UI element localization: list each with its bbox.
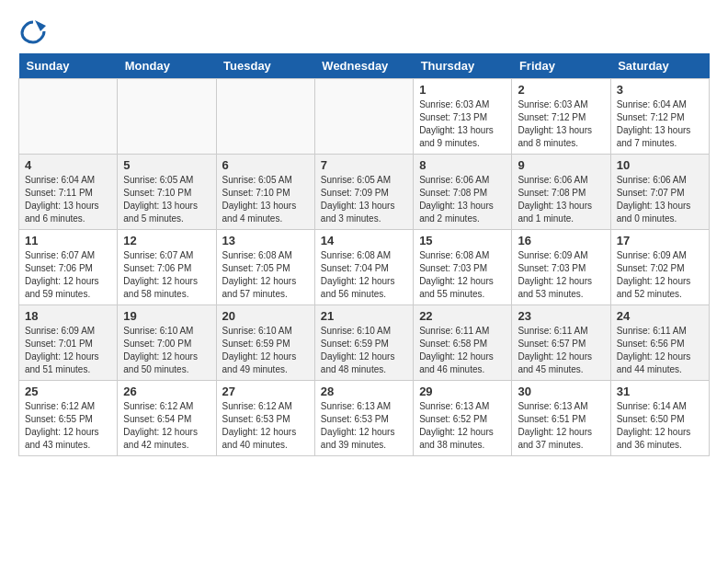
calendar-day-cell: 9Sunrise: 6:06 AM Sunset: 7:08 PM Daylig… [512, 155, 610, 230]
day-info: Sunrise: 6:06 AM Sunset: 7:08 PM Dayligh… [419, 174, 506, 225]
calendar-day-cell: 2Sunrise: 6:03 AM Sunset: 7:12 PM Daylig… [512, 79, 610, 155]
calendar-day-cell [19, 79, 118, 155]
day-info: Sunrise: 6:08 AM Sunset: 7:03 PM Dayligh… [419, 249, 506, 301]
calendar-table: SundayMondayTuesdayWednesdayThursdayFrid… [18, 53, 710, 456]
day-info: Sunrise: 6:06 AM Sunset: 7:07 PM Dayligh… [617, 174, 703, 225]
day-info: Sunrise: 6:04 AM Sunset: 7:11 PM Dayligh… [25, 174, 111, 225]
day-info: Sunrise: 6:11 AM Sunset: 6:56 PM Dayligh… [617, 325, 703, 376]
day-number: 4 [25, 158, 111, 172]
day-number: 7 [321, 158, 407, 172]
day-number: 14 [321, 234, 407, 247]
day-number: 31 [617, 385, 703, 398]
day-header-sunday: Sunday [19, 53, 118, 79]
day-number: 26 [123, 385, 210, 398]
calendar-day-cell: 30Sunrise: 6:13 AM Sunset: 6:51 PM Dayli… [512, 381, 610, 456]
logo [18, 18, 46, 44]
calendar-day-cell: 18Sunrise: 6:09 AM Sunset: 7:01 PM Dayli… [19, 305, 118, 381]
day-number: 12 [123, 234, 210, 247]
day-info: Sunrise: 6:05 AM Sunset: 7:09 PM Dayligh… [321, 174, 407, 225]
calendar-day-cell: 22Sunrise: 6:11 AM Sunset: 6:58 PM Dayli… [414, 305, 512, 381]
calendar-day-cell: 6Sunrise: 6:05 AM Sunset: 7:10 PM Daylig… [216, 155, 314, 230]
calendar-day-cell: 20Sunrise: 6:10 AM Sunset: 6:59 PM Dayli… [216, 305, 314, 381]
calendar-day-cell: 27Sunrise: 6:12 AM Sunset: 6:53 PM Dayli… [216, 381, 314, 456]
day-info: Sunrise: 6:12 AM Sunset: 6:55 PM Dayligh… [25, 400, 111, 452]
day-info: Sunrise: 6:13 AM Sunset: 6:53 PM Dayligh… [321, 400, 407, 452]
day-info: Sunrise: 6:07 AM Sunset: 7:06 PM Dayligh… [25, 249, 111, 301]
calendar-day-cell [118, 79, 216, 155]
day-number: 9 [518, 158, 604, 172]
calendar-day-cell: 5Sunrise: 6:05 AM Sunset: 7:10 PM Daylig… [118, 155, 216, 230]
calendar-day-cell: 19Sunrise: 6:10 AM Sunset: 7:00 PM Dayli… [118, 305, 216, 381]
day-number: 25 [25, 385, 111, 398]
day-number: 29 [419, 385, 506, 398]
day-number: 11 [25, 234, 111, 247]
calendar-day-cell: 12Sunrise: 6:07 AM Sunset: 7:06 PM Dayli… [118, 230, 216, 305]
day-info: Sunrise: 6:12 AM Sunset: 6:53 PM Dayligh… [222, 400, 309, 452]
calendar-day-cell: 3Sunrise: 6:04 AM Sunset: 7:12 PM Daylig… [610, 79, 709, 155]
day-info: Sunrise: 6:13 AM Sunset: 6:52 PM Dayligh… [419, 400, 506, 452]
day-number: 23 [518, 309, 604, 323]
day-number: 27 [222, 385, 309, 398]
day-header-friday: Friday [512, 53, 610, 79]
calendar-day-cell: 8Sunrise: 6:06 AM Sunset: 7:08 PM Daylig… [414, 155, 512, 230]
day-number: 28 [321, 385, 407, 398]
calendar-week-row: 25Sunrise: 6:12 AM Sunset: 6:55 PM Dayli… [19, 381, 710, 456]
day-number: 24 [617, 309, 703, 323]
calendar-day-cell [216, 79, 314, 155]
day-header-tuesday: Tuesday [216, 53, 314, 79]
day-number: 8 [419, 158, 506, 172]
day-number: 13 [222, 234, 309, 247]
calendar-day-cell [314, 79, 413, 155]
day-info: Sunrise: 6:03 AM Sunset: 7:13 PM Dayligh… [419, 98, 506, 150]
day-header-saturday: Saturday [610, 53, 709, 79]
day-header-monday: Monday [118, 53, 216, 79]
day-info: Sunrise: 6:11 AM Sunset: 6:57 PM Dayligh… [518, 325, 604, 376]
calendar-day-cell: 11Sunrise: 6:07 AM Sunset: 7:06 PM Dayli… [19, 230, 118, 305]
day-info: Sunrise: 6:10 AM Sunset: 7:00 PM Dayligh… [123, 325, 210, 376]
calendar-day-cell: 1Sunrise: 6:03 AM Sunset: 7:13 PM Daylig… [414, 79, 512, 155]
day-number: 20 [222, 309, 309, 323]
calendar-day-cell: 23Sunrise: 6:11 AM Sunset: 6:57 PM Dayli… [512, 305, 610, 381]
day-info: Sunrise: 6:10 AM Sunset: 6:59 PM Dayligh… [321, 325, 407, 376]
day-header-thursday: Thursday [414, 53, 512, 79]
day-number: 2 [518, 83, 604, 97]
calendar-day-cell: 28Sunrise: 6:13 AM Sunset: 6:53 PM Dayli… [314, 381, 413, 456]
calendar-week-row: 18Sunrise: 6:09 AM Sunset: 7:01 PM Dayli… [19, 305, 710, 381]
day-info: Sunrise: 6:14 AM Sunset: 6:50 PM Dayligh… [617, 400, 703, 452]
day-number: 6 [222, 158, 309, 172]
day-info: Sunrise: 6:05 AM Sunset: 7:10 PM Dayligh… [222, 174, 309, 225]
logo-icon [20, 18, 46, 44]
day-info: Sunrise: 6:08 AM Sunset: 7:04 PM Dayligh… [321, 249, 407, 301]
calendar-day-cell: 14Sunrise: 6:08 AM Sunset: 7:04 PM Dayli… [314, 230, 413, 305]
day-number: 15 [419, 234, 506, 247]
day-number: 18 [25, 309, 111, 323]
day-number: 21 [321, 309, 407, 323]
day-info: Sunrise: 6:10 AM Sunset: 6:59 PM Dayligh… [222, 325, 309, 376]
day-info: Sunrise: 6:08 AM Sunset: 7:05 PM Dayligh… [222, 249, 309, 301]
day-number: 5 [123, 158, 210, 172]
day-info: Sunrise: 6:13 AM Sunset: 6:51 PM Dayligh… [518, 400, 604, 452]
calendar-day-cell: 16Sunrise: 6:09 AM Sunset: 7:03 PM Dayli… [512, 230, 610, 305]
calendar-week-row: 4Sunrise: 6:04 AM Sunset: 7:11 PM Daylig… [19, 155, 710, 230]
calendar-day-cell: 29Sunrise: 6:13 AM Sunset: 6:52 PM Dayli… [414, 381, 512, 456]
day-info: Sunrise: 6:07 AM Sunset: 7:06 PM Dayligh… [123, 249, 210, 301]
day-info: Sunrise: 6:04 AM Sunset: 7:12 PM Dayligh… [617, 98, 703, 150]
day-info: Sunrise: 6:09 AM Sunset: 7:03 PM Dayligh… [518, 249, 604, 301]
calendar-day-cell: 10Sunrise: 6:06 AM Sunset: 7:07 PM Dayli… [610, 155, 709, 230]
calendar-day-cell: 24Sunrise: 6:11 AM Sunset: 6:56 PM Dayli… [610, 305, 709, 381]
calendar-day-cell: 4Sunrise: 6:04 AM Sunset: 7:11 PM Daylig… [19, 155, 118, 230]
day-number: 19 [123, 309, 210, 323]
day-info: Sunrise: 6:09 AM Sunset: 7:01 PM Dayligh… [25, 325, 111, 376]
day-info: Sunrise: 6:12 AM Sunset: 6:54 PM Dayligh… [123, 400, 210, 452]
calendar-day-cell: 15Sunrise: 6:08 AM Sunset: 7:03 PM Dayli… [414, 230, 512, 305]
calendar-day-cell: 17Sunrise: 6:09 AM Sunset: 7:02 PM Dayli… [610, 230, 709, 305]
calendar-day-cell: 31Sunrise: 6:14 AM Sunset: 6:50 PM Dayli… [610, 381, 709, 456]
day-number: 30 [518, 385, 604, 398]
calendar-day-cell: 25Sunrise: 6:12 AM Sunset: 6:55 PM Dayli… [19, 381, 118, 456]
calendar-day-cell: 7Sunrise: 6:05 AM Sunset: 7:09 PM Daylig… [314, 155, 413, 230]
day-number: 16 [518, 234, 604, 247]
day-number: 3 [617, 83, 703, 97]
day-info: Sunrise: 6:03 AM Sunset: 7:12 PM Dayligh… [518, 98, 604, 150]
day-number: 1 [419, 83, 506, 97]
calendar-day-cell: 26Sunrise: 6:12 AM Sunset: 6:54 PM Dayli… [118, 381, 216, 456]
